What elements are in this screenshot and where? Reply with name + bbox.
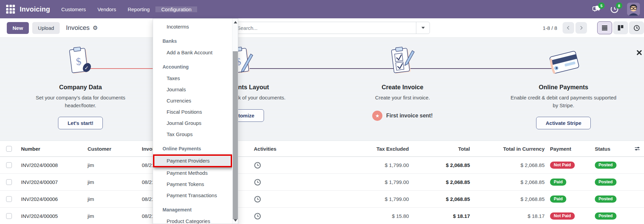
menu-item-payment-tokens[interactable]: Payment Tokens <box>153 179 232 190</box>
row-checkbox[interactable] <box>6 196 12 202</box>
table-row[interactable]: INV/2024/00005 jim 08/21/2024 $ 15.80 $ … <box>0 208 644 224</box>
activity-clock-icon <box>254 162 261 169</box>
menu-item-payment-methods[interactable]: Payment Methods <box>153 167 232 179</box>
view-switcher <box>597 21 644 34</box>
done-label: First invoice sent! <box>386 113 433 119</box>
menu-item-journal-groups[interactable]: Journal Groups <box>153 117 232 129</box>
tax-excluded-amount: $ 15.80 <box>292 213 411 219</box>
activity-view-button[interactable] <box>629 21 644 34</box>
table-row[interactable]: INV/2024/00008 jim 08/21/2024 $ 1,799.00… <box>0 157 644 174</box>
total-in-currency-amount: $ 2,068.85 <box>472 196 546 202</box>
table-row[interactable]: INV/2024/00006 jim 08/21/2024 $ 1,799.00… <box>0 191 644 208</box>
search-input[interactable] <box>207 22 416 34</box>
gear-icon[interactable]: ⚙ <box>93 24 98 32</box>
select-all-checkbox[interactable] <box>6 146 12 152</box>
activity-cell[interactable] <box>251 179 292 186</box>
chevron-down-icon <box>421 27 425 29</box>
customer-name: jim <box>83 162 137 168</box>
payment-badge: Paid <box>550 179 566 186</box>
scrollbar-up-arrow[interactable] <box>232 19 238 25</box>
scrollbar-thumb[interactable] <box>233 51 238 219</box>
menu-item-payment-providers[interactable]: Payment Providers <box>153 154 232 167</box>
apps-grid-icon[interactable] <box>6 5 15 14</box>
main-menu: Customers Vendors Reporting Configuratio… <box>56 6 197 12</box>
col-number[interactable]: Number <box>16 146 83 152</box>
col-total-in-currency[interactable]: Total in Currency <box>472 146 546 152</box>
invoice-list: Number Customer Invoice Date Activities … <box>0 141 644 224</box>
optional-columns-button[interactable] <box>630 146 644 151</box>
svg-text:✓: ✓ <box>84 65 89 71</box>
customer-name: jim <box>83 213 137 219</box>
step-online-payments: Online Payments Enable credit & debit ca… <box>483 38 644 141</box>
activity-clock-icon <box>254 212 261 220</box>
onboarding-steps: $ ✓ Company Data Set your company's data… <box>0 38 644 141</box>
invoice-number: INV/2024/00007 <box>16 179 83 185</box>
menu-vendors[interactable]: Vendors <box>92 6 122 12</box>
col-customer[interactable]: Customer <box>83 146 137 152</box>
activities-count-badge: 8 <box>616 2 622 9</box>
total-amount: $ 18.17 <box>411 213 472 219</box>
invoice-number: INV/2024/00008 <box>16 162 83 168</box>
lets-start-button[interactable]: Let's start! <box>58 117 103 129</box>
list-header-row: Number Customer Invoice Date Activities … <box>0 141 644 157</box>
col-activities[interactable]: Activities <box>251 146 292 152</box>
breadcrumb-title: Invoices <box>66 24 90 32</box>
menu-customers[interactable]: Customers <box>56 6 92 12</box>
col-status[interactable]: Status <box>590 146 630 152</box>
activity-cell[interactable] <box>251 212 292 220</box>
list-view-button[interactable] <box>597 21 612 34</box>
col-total[interactable]: Total <box>411 146 472 152</box>
menu-item-tax-groups[interactable]: Tax Groups <box>153 129 232 140</box>
menu-item-journals[interactable]: Journals <box>153 84 232 95</box>
activity-clock-icon <box>254 179 261 186</box>
pager-previous-button[interactable] <box>563 22 574 34</box>
row-checkbox[interactable] <box>6 179 12 185</box>
row-checkbox[interactable] <box>6 162 12 168</box>
messages-count-badge: 5 <box>598 2 605 9</box>
activities-icon[interactable]: 8 <box>609 4 620 14</box>
step-title: Company Data <box>59 84 102 91</box>
menu-section-online-payments: Online Payments <box>153 143 232 154</box>
user-avatar[interactable] <box>627 3 640 16</box>
menu-item-incoterms[interactable]: Incoterms <box>153 21 232 32</box>
new-button[interactable]: New <box>7 22 29 34</box>
col-payment[interactable]: Payment <box>546 146 590 152</box>
menu-item-add-bank-account[interactable]: Add a Bank Account <box>153 47 232 58</box>
tax-excluded-amount: $ 1,799.00 <box>292 162 411 168</box>
customer-name: jim <box>83 196 137 202</box>
activity-cell[interactable] <box>251 162 292 169</box>
activity-clock-icon <box>254 195 261 203</box>
menu-section-banks: Banks <box>153 36 232 47</box>
menu-configuration[interactable]: Configuration <box>155 6 197 12</box>
menu-item-payment-transactions[interactable]: Payment Transactions <box>153 190 232 201</box>
step-description: Set your company's data for documents he… <box>26 94 135 109</box>
row-checkbox[interactable] <box>6 213 12 219</box>
upload-button[interactable]: Upload <box>32 22 60 34</box>
menu-reporting[interactable]: Reporting <box>122 6 155 12</box>
menu-item-taxes[interactable]: Taxes <box>153 73 232 84</box>
activity-cell[interactable] <box>251 195 292 203</box>
menu-item-product-categories[interactable]: Product Categories <box>153 216 232 224</box>
payment-badge: Not Paid <box>550 212 575 220</box>
menu-item-currencies[interactable]: Currencies <box>153 95 232 106</box>
step-description: Create your first invoice. <box>375 94 430 102</box>
pager-next-button[interactable] <box>575 22 587 34</box>
activate-stripe-button[interactable]: Activate Stripe <box>536 117 591 129</box>
kanban-view-button[interactable] <box>613 21 628 34</box>
step-title: Online Payments <box>539 84 588 91</box>
total-in-currency-amount: $ 18.17 <box>472 213 546 219</box>
top-navbar: Invoicing Customers Vendors Reporting Co… <box>0 0 644 18</box>
configuration-dropdown-menu: Incoterms Banks Add a Bank Account Accou… <box>153 18 238 224</box>
app-brand[interactable]: Invoicing <box>20 5 50 13</box>
menu-item-fiscal-positions[interactable]: Fiscal Positions <box>153 106 232 117</box>
create-invoice-checklist-icon <box>389 44 416 80</box>
table-row[interactable]: INV/2024/00007 jim 08/21/2024 $ 1,799.00… <box>0 174 644 191</box>
invoice-number: INV/2024/00005 <box>16 213 83 219</box>
search-dropdown-toggle[interactable] <box>416 22 430 34</box>
dropdown-scrollbar[interactable] <box>232 19 238 224</box>
payment-badge: Paid <box>550 195 566 203</box>
messages-icon[interactable]: 5 <box>592 4 602 14</box>
col-tax-excluded[interactable]: Tax Excluded <box>292 146 411 152</box>
status-badge: Posted <box>595 195 617 203</box>
scrollbar-down-arrow[interactable] <box>232 218 238 223</box>
